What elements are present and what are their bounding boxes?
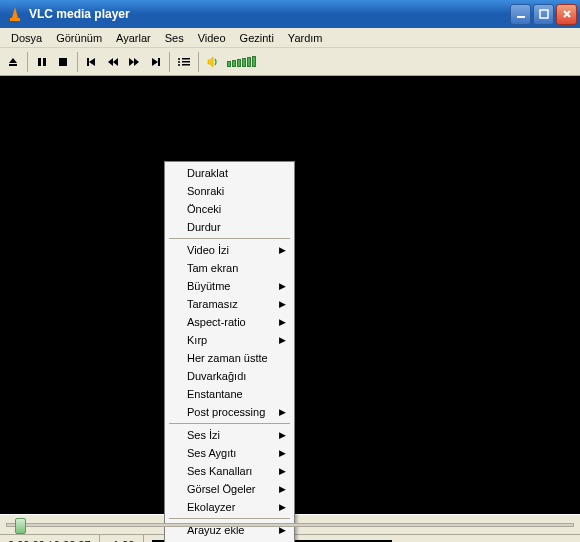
context-menu-item[interactable]: Post processing▶ — [167, 403, 292, 421]
submenu-arrow-icon: ▶ — [279, 448, 286, 458]
context-menu-item[interactable]: Kırp▶ — [167, 331, 292, 349]
svg-rect-5 — [43, 58, 46, 66]
menu-settings[interactable]: Ayarlar — [109, 30, 158, 46]
submenu-arrow-icon: ▶ — [279, 299, 286, 309]
context-menu-item[interactable]: Her zaman üstte — [167, 349, 292, 367]
prev-button[interactable] — [83, 53, 101, 71]
context-menu-item[interactable]: Sonraki — [167, 182, 292, 200]
menu-separator — [169, 518, 290, 519]
minimize-button[interactable] — [510, 4, 531, 25]
separator — [27, 52, 28, 72]
submenu-arrow-icon: ▶ — [279, 317, 286, 327]
eject-button[interactable] — [4, 53, 22, 71]
submenu-arrow-icon: ▶ — [279, 525, 286, 535]
submenu-arrow-icon: ▶ — [279, 281, 286, 291]
svg-rect-8 — [158, 58, 160, 66]
separator — [198, 52, 199, 72]
context-menu-item[interactable]: Duraklat — [167, 164, 292, 182]
stop-button[interactable] — [54, 53, 72, 71]
menu-video[interactable]: Video — [191, 30, 233, 46]
svg-rect-6 — [59, 58, 67, 66]
menu-navigate[interactable]: Gezinti — [233, 30, 281, 46]
separator — [169, 52, 170, 72]
context-menu-item[interactable]: Büyütme▶ — [167, 277, 292, 295]
submenu-arrow-icon: ▶ — [279, 502, 286, 512]
status-time: 0:00:06 / 0:03:27 — [0, 535, 100, 542]
menu-view[interactable]: Görünüm — [49, 30, 109, 46]
menu-help[interactable]: Yardım — [281, 30, 330, 46]
menu-separator — [169, 238, 290, 239]
status-speed: x1.00 — [100, 535, 144, 542]
menu-separator — [169, 423, 290, 424]
svg-rect-0 — [10, 18, 20, 21]
submenu-arrow-icon: ▶ — [279, 466, 286, 476]
svg-rect-12 — [182, 61, 190, 63]
context-menu-item[interactable]: Enstantane — [167, 385, 292, 403]
context-menu-item[interactable]: Tam ekran — [167, 259, 292, 277]
vlc-icon — [7, 6, 23, 22]
context-menu-item[interactable]: Önceki — [167, 200, 292, 218]
context-menu-item[interactable]: Görsel Ögeler▶ — [167, 480, 292, 498]
context-menu-item[interactable]: Ekolayzer▶ — [167, 498, 292, 516]
svg-rect-3 — [9, 64, 17, 66]
submenu-arrow-icon: ▶ — [279, 245, 286, 255]
seek-thumb[interactable] — [15, 518, 26, 534]
svg-rect-7 — [87, 58, 89, 66]
svg-rect-4 — [38, 58, 41, 66]
context-menu-item[interactable]: Ses Aygıtı▶ — [167, 444, 292, 462]
submenu-arrow-icon: ▶ — [279, 484, 286, 494]
context-menu-item[interactable]: Taramasız▶ — [167, 295, 292, 313]
context-menu-item[interactable]: Duvarkağıdı — [167, 367, 292, 385]
forward-button[interactable] — [125, 53, 143, 71]
context-menu-item[interactable]: Ses İzi▶ — [167, 426, 292, 444]
window-titlebar: VLC media player — [0, 0, 580, 28]
menu-audio[interactable]: Ses — [158, 30, 191, 46]
context-menu-item[interactable]: Video İzi▶ — [167, 241, 292, 259]
playlist-button[interactable] — [175, 53, 193, 71]
pause-button[interactable] — [33, 53, 51, 71]
svg-rect-10 — [182, 58, 190, 60]
volume-icon[interactable] — [204, 53, 222, 71]
svg-point-9 — [178, 58, 180, 60]
maximize-button[interactable] — [533, 4, 554, 25]
submenu-arrow-icon: ▶ — [279, 430, 286, 440]
menu-file[interactable]: Dosya — [4, 30, 49, 46]
svg-rect-14 — [182, 64, 190, 66]
submenu-arrow-icon: ▶ — [279, 407, 286, 417]
video-area[interactable]: DuraklatSonrakiÖncekiDurdurVideo İzi▶Tam… — [0, 76, 580, 514]
separator — [77, 52, 78, 72]
context-menu: DuraklatSonrakiÖncekiDurdurVideo İzi▶Tam… — [164, 161, 295, 542]
next-button[interactable] — [146, 53, 164, 71]
svg-point-13 — [178, 64, 180, 66]
context-menu-item[interactable]: Durdur — [167, 218, 292, 236]
submenu-arrow-icon: ▶ — [279, 335, 286, 345]
context-menu-item[interactable]: Aspect-ratio▶ — [167, 313, 292, 331]
window-title: VLC media player — [27, 7, 510, 21]
volume-meter[interactable] — [227, 56, 256, 67]
svg-rect-2 — [540, 10, 548, 18]
rewind-button[interactable] — [104, 53, 122, 71]
svg-point-11 — [178, 61, 180, 63]
toolbar — [0, 48, 580, 76]
seek-track[interactable] — [6, 523, 574, 527]
close-button[interactable] — [556, 4, 577, 25]
context-menu-item[interactable]: Ses Kanalları▶ — [167, 462, 292, 480]
menubar: Dosya Görünüm Ayarlar Ses Video Gezinti … — [0, 28, 580, 48]
svg-rect-1 — [517, 16, 525, 18]
